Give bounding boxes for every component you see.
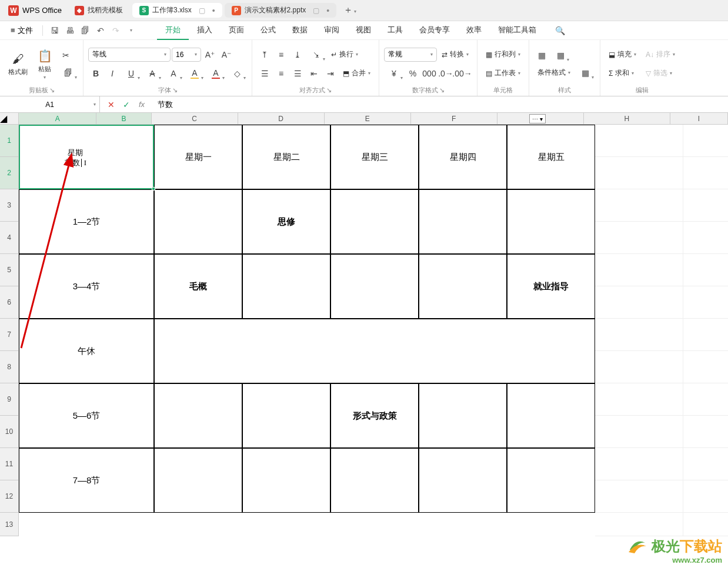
cell-maogai[interactable]: 毛概 <box>154 254 242 319</box>
row-header-2[interactable]: 2 <box>0 157 19 189</box>
align-middle-icon[interactable]: ≡ <box>273 47 289 62</box>
cell-I5[interactable] <box>683 254 728 286</box>
cell-H2[interactable] <box>595 157 683 189</box>
cell-H13[interactable] <box>595 513 683 536</box>
select-all-corner[interactable]: ◢ <box>0 113 19 125</box>
percent-icon[interactable]: % <box>405 66 420 81</box>
worksheet-button[interactable]: ▤ 工作表▾ <box>482 66 524 81</box>
cell-lunch[interactable]: 午休 <box>19 319 154 383</box>
tab-member[interactable]: 会员专享 <box>411 21 458 40</box>
cell-header-mon[interactable]: 星期一 <box>154 125 242 189</box>
cell-C3[interactable] <box>154 189 242 254</box>
cell-period-56[interactable]: 5—6节 <box>19 383 154 448</box>
cell-style-icon[interactable]: ▦ <box>534 48 549 63</box>
cell-I6[interactable] <box>683 286 728 319</box>
cell-I1[interactable] <box>683 125 728 157</box>
cell-D9[interactable] <box>242 383 330 448</box>
sort-button[interactable]: A↓ 排序▾ <box>642 47 679 62</box>
col-header-A[interactable]: A <box>19 113 96 125</box>
font-color-icon[interactable]: A <box>206 66 226 81</box>
cell-H10[interactable] <box>595 416 683 448</box>
cell-C9[interactable] <box>154 383 242 448</box>
indent-decrease-icon[interactable]: ⇤ <box>306 66 322 81</box>
cell-D5[interactable] <box>242 254 330 319</box>
cell-H8[interactable] <box>595 351 683 383</box>
file-menu[interactable]: ≡ 文件 <box>6 25 38 36</box>
cell-period-34[interactable]: 3—4节 <box>19 254 154 319</box>
cell-header-thu[interactable]: 星期四 <box>419 125 507 189</box>
grow-font-icon[interactable]: A⁺ <box>202 47 218 62</box>
cell-I12[interactable] <box>683 480 728 513</box>
col-header-C[interactable]: C <box>152 113 238 125</box>
cell-H3[interactable] <box>595 189 683 222</box>
tab-smart-tools[interactable]: 智能工具箱 <box>490 21 545 40</box>
cell-H6[interactable] <box>595 286 683 319</box>
tab-close-icon[interactable]: • <box>326 6 329 15</box>
cell-G9[interactable] <box>507 383 595 448</box>
row-header-4[interactable]: 4 <box>0 222 19 254</box>
tab-data[interactable]: 数据 <box>284 21 316 40</box>
cell-jiuye[interactable]: 就业指导 <box>507 254 595 319</box>
cell-I9[interactable] <box>683 383 728 416</box>
format-painter-button[interactable]: 🖌 格式刷 <box>5 50 31 78</box>
bold-icon[interactable]: B <box>88 66 103 81</box>
strikethrough-icon[interactable]: A <box>142 66 162 81</box>
search-icon[interactable]: 🔍 <box>555 26 565 35</box>
tab-efficiency[interactable]: 效率 <box>458 21 490 40</box>
cell-period-12[interactable]: 1—2节 <box>19 189 154 254</box>
decrease-decimal-icon[interactable]: .00→ <box>455 66 470 81</box>
font-size-select[interactable]: 16▾ <box>172 48 201 62</box>
indent-increase-icon[interactable]: ⇥ <box>323 66 338 81</box>
row-header-7[interactable]: 7 <box>0 319 19 351</box>
tab-presentation[interactable]: P 演示文稿素材2.pptx ▢ • <box>225 3 337 18</box>
row-header-12[interactable]: 12 <box>0 480 19 513</box>
tab-view[interactable]: 视图 <box>348 21 379 40</box>
cell-H5[interactable] <box>595 254 683 286</box>
italic-icon[interactable]: I <box>105 66 120 81</box>
name-box-input[interactable] <box>24 101 76 109</box>
align-left-icon[interactable]: ☰ <box>257 66 272 81</box>
font-name-select[interactable]: 等线▾ <box>88 48 171 62</box>
cond-format-button[interactable]: 条件格式▾ <box>534 65 574 81</box>
cell-period-78[interactable]: 7—8节 <box>19 448 154 513</box>
cell-E3[interactable] <box>330 189 419 254</box>
fill-color-icon[interactable]: ◇ <box>227 66 247 81</box>
cut-icon[interactable]: ✂ <box>58 48 74 63</box>
tab-formula[interactable]: 公式 <box>252 21 284 40</box>
currency-icon[interactable]: ¥ <box>384 66 404 81</box>
row-header-10[interactable]: 10 <box>0 416 19 448</box>
cell-header-diag[interactable] <box>19 125 154 189</box>
tab-close-icon[interactable]: • <box>212 6 215 15</box>
tab-window-icon[interactable]: ▢ <box>199 6 205 15</box>
row-header-3[interactable]: 3 <box>0 189 19 222</box>
cell-lunch-span[interactable] <box>154 319 595 383</box>
cell-E11[interactable] <box>330 448 419 513</box>
cell-H4[interactable] <box>595 222 683 254</box>
undo-icon[interactable]: ↶ <box>93 24 108 38</box>
cell-H11[interactable] <box>595 448 683 480</box>
row-header-9[interactable]: 9 <box>0 383 19 416</box>
cell-I4[interactable] <box>683 222 728 254</box>
align-launcher-icon[interactable]: ↘ <box>326 86 332 94</box>
col-header-B[interactable]: B <box>96 113 151 125</box>
fill-button[interactable]: ⬓ 填充▾ <box>605 47 640 62</box>
sum-button[interactable]: Σ 求和▾ <box>605 66 640 81</box>
text-effect-icon[interactable]: A <box>163 66 183 81</box>
col-header-I[interactable]: I <box>670 113 728 125</box>
cell-F5[interactable] <box>419 254 507 319</box>
copy-icon[interactable]: 🗐 <box>58 65 78 81</box>
tab-page[interactable]: 页面 <box>221 21 252 40</box>
cell-H7[interactable] <box>595 319 683 351</box>
smart-tag[interactable]: ⋯ ▾ <box>529 114 546 123</box>
tab-workbook[interactable]: S 工作簿3.xlsx ▢ • <box>132 3 222 18</box>
cell-H1[interactable] <box>595 125 683 157</box>
qat-dropdown-icon[interactable]: ▾ <box>124 24 138 38</box>
tab-home[interactable]: 开始 <box>157 21 189 40</box>
cell-F3[interactable] <box>419 189 507 254</box>
paste-button[interactable]: 📋 粘贴▾ <box>34 47 56 81</box>
row-header-11[interactable]: 11 <box>0 448 19 480</box>
cell-I13[interactable] <box>683 513 728 536</box>
name-box-dropdown-icon[interactable]: ▾ <box>93 102 96 107</box>
cell-I8[interactable] <box>683 351 728 383</box>
row-header-8[interactable]: 8 <box>0 351 19 383</box>
